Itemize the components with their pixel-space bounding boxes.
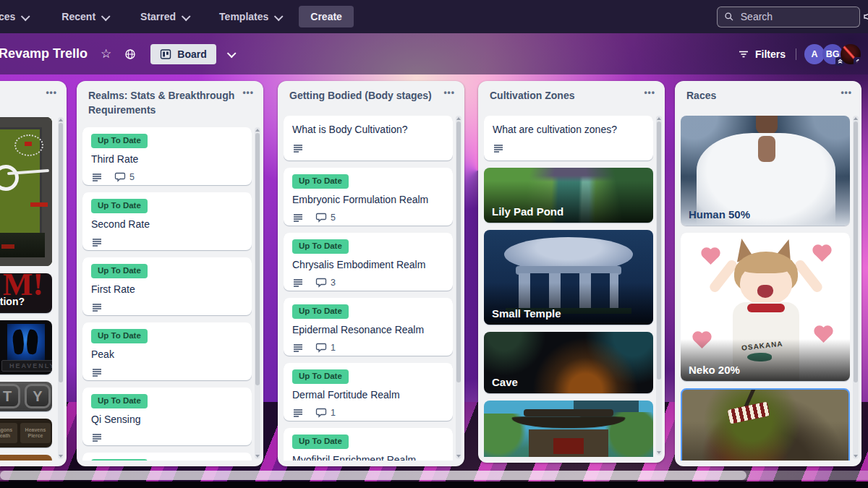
card-dermal-fortitude[interactable]: Up To Date Dermal Fortitude Realm 1: [284, 363, 453, 421]
filters-button[interactable]: Filters: [738, 48, 786, 60]
list-scrollbar[interactable]: [58, 117, 64, 459]
comment-icon: [315, 212, 327, 223]
open-mouth: [757, 285, 773, 298]
list-menu-button[interactable]: •••: [242, 87, 254, 98]
card-what-is-body-cultivation[interactable]: What is Body Cultivation?: [284, 116, 453, 160]
label-badge[interactable]: Up To Date: [292, 435, 349, 449]
label-badge[interactable]: Up To Date: [91, 329, 148, 343]
card-title: Peak: [91, 348, 243, 361]
scrollbar-thumb[interactable]: [657, 121, 661, 380]
scrollbar-thumb[interactable]: [456, 121, 461, 382]
scrollbar-thumb[interactable]: [0, 471, 746, 480]
card-brown-image[interactable]: [0, 455, 52, 461]
list-title[interactable]: Realms: Stats & Breakthrough Requirement…: [88, 89, 237, 117]
list-menu-button[interactable]: •••: [46, 87, 57, 98]
nav-workspaces-label: ces: [0, 11, 15, 22]
card-neko[interactable]: OSAKANA Neko 20%: [681, 233, 850, 381]
member-avatar[interactable]: BG: [822, 44, 843, 64]
board-title[interactable]: Revamp Trello: [0, 46, 88, 61]
cards-container: What is Body Cultivation? Up To Date Emb…: [284, 116, 453, 461]
divider: [796, 48, 796, 60]
list-header: •••: [0, 81, 67, 92]
list-realms: Realms: Stats & Breakthrough Requirement…: [77, 81, 263, 466]
card-map-image[interactable]: [0, 117, 52, 266]
list-menu-button[interactable]: •••: [841, 87, 852, 98]
card-peak[interactable]: Up To Date Peak: [82, 322, 252, 380]
member-avatar[interactable]: A: [804, 44, 825, 64]
wing-shape: [12, 329, 26, 355]
search-input[interactable]: [739, 10, 853, 23]
nav-recent[interactable]: Recent: [54, 7, 116, 27]
card-what-are-cultivation-zones[interactable]: What are cultivation zones?: [484, 116, 653, 160]
gate-upper-roof: [524, 409, 613, 416]
view-switcher-chevron-icon[interactable]: [227, 48, 237, 58]
label-badge[interactable]: Up To Date: [91, 394, 148, 408]
comment-icon: [114, 171, 126, 183]
card-epidermal-resonance[interactable]: Up To Date Epidermal Resonance Realm 1: [284, 298, 453, 356]
label-badge[interactable]: Up To Date: [292, 239, 349, 254]
card-third-rate[interactable]: Up To Date Third Rate 5: [82, 127, 252, 185]
label-badge[interactable]: Up To Date: [292, 304, 349, 319]
cards-container: Human 50% OSAKANA Neko 20%: [681, 116, 850, 461]
list-scrollbar[interactable]: [255, 127, 260, 459]
card-temple-gate[interactable]: [484, 401, 653, 457]
label-badge[interactable]: Up To Date: [91, 264, 148, 278]
card-embryonic-formulation[interactable]: Up To Date Embryonic Formulation Realm 5: [284, 168, 453, 226]
bottom-edge-bar: [0, 481, 868, 488]
list-menu-button[interactable]: •••: [644, 87, 655, 98]
card-techniques-image[interactable]: Dragons Breath Heavens Pierce: [0, 419, 52, 448]
megaphone-icon[interactable]: [863, 9, 868, 25]
comment-icon: [315, 277, 327, 288]
scrollbar-thumb[interactable]: [854, 121, 858, 382]
create-button[interactable]: Create: [299, 6, 354, 27]
card-qi-sensing[interactable]: Up To Date Qi Sensing: [82, 388, 252, 445]
label-badge[interactable]: Up To Date: [292, 174, 349, 189]
card-myofibril-enrichment[interactable]: Up To Date Myofibril Enrichment Realm: [284, 428, 453, 461]
search-box[interactable]: [717, 7, 860, 27]
card-human[interactable]: Human 50%: [681, 116, 850, 226]
card-heavenly-wings-image[interactable]: HEAVENLY: [0, 320, 52, 374]
card-title: What are cultivation zones?: [493, 123, 644, 137]
nav-templates[interactable]: Templates: [212, 7, 289, 27]
nav-workspaces[interactable]: ces: [0, 7, 35, 27]
description-icon: [91, 171, 103, 183]
scrollbar-thumb[interactable]: [59, 123, 63, 382]
card-first-rate[interactable]: Up To Date First Rate: [82, 257, 252, 315]
card-title: Epidermal Resonance Realm: [292, 323, 444, 337]
chevron-down-icon: [182, 12, 191, 21]
list-scrollbar[interactable]: [456, 116, 461, 459]
board-view-button[interactable]: Board: [150, 44, 216, 64]
list-races: Races ••• Human 50%: [675, 81, 861, 466]
list-title[interactable]: Cultivation Zones: [490, 89, 639, 103]
label-badge[interactable]: Up To Date: [91, 459, 148, 461]
card-monster-selected[interactable]: [681, 388, 850, 461]
card-title: Neko 20%: [689, 364, 740, 376]
scrollbar-thumb[interactable]: [255, 133, 260, 385]
list-title[interactable]: Getting Bodied (Body stages): [289, 89, 438, 103]
description-icon: [292, 277, 304, 288]
list-scrollbar[interactable]: [656, 116, 662, 455]
card-cave[interactable]: Cave: [484, 332, 653, 393]
nav-starred[interactable]: Starred: [133, 7, 196, 27]
card-second-rate[interactable]: Up To Date Second Rate: [82, 192, 252, 250]
star-board-button[interactable]: ☆: [101, 48, 111, 60]
label-badge[interactable]: Up To Date: [91, 199, 148, 213]
list-scrollbar[interactable]: [853, 116, 859, 459]
board-horizontal-scrollbar[interactable]: [0, 471, 868, 480]
comment-count: 3: [331, 278, 336, 288]
card-lily-pad-pond[interactable]: Lily Pad Pond: [484, 168, 653, 223]
label-badge[interactable]: Up To Date: [91, 134, 148, 148]
card-small-temple[interactable]: Small Temple: [484, 230, 653, 325]
list-menu-button[interactable]: •••: [443, 87, 455, 98]
card-partial[interactable]: Up To Date: [82, 453, 252, 461]
label-badge[interactable]: Up To Date: [292, 369, 349, 384]
card-keycaps-image[interactable]: T Y: [0, 382, 52, 411]
wing-shape: [25, 329, 40, 355]
card-chrysalis-embodiment[interactable]: Up To Date Chrysalis Embodiment Realm 3: [284, 233, 453, 291]
list-title[interactable]: Races: [686, 89, 835, 103]
card-manifestation-image[interactable]: M! ation?: [0, 273, 52, 313]
comment-count: 1: [331, 343, 336, 353]
description-icon: [292, 142, 304, 154]
visibility-globe-icon[interactable]: [124, 48, 136, 60]
member-avatar-photo[interactable]: [841, 44, 861, 64]
